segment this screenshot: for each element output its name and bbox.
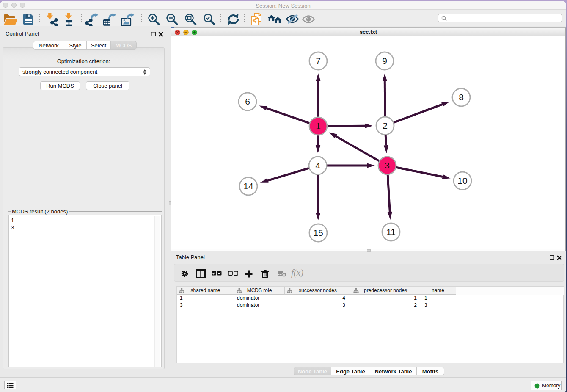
svg-text:6: 6: [245, 97, 250, 106]
svg-text:10: 10: [457, 176, 467, 185]
svg-text:7: 7: [316, 56, 321, 66]
svg-text:4: 4: [315, 160, 320, 170]
svg-text:1: 1: [316, 121, 321, 131]
svg-text:11: 11: [386, 227, 396, 237]
svg-text:14: 14: [243, 181, 253, 191]
svg-text:15: 15: [313, 228, 323, 237]
svg-text:3: 3: [385, 160, 390, 170]
svg-text:8: 8: [459, 92, 464, 102]
svg-text:2: 2: [383, 121, 388, 130]
svg-text:9: 9: [382, 56, 387, 66]
